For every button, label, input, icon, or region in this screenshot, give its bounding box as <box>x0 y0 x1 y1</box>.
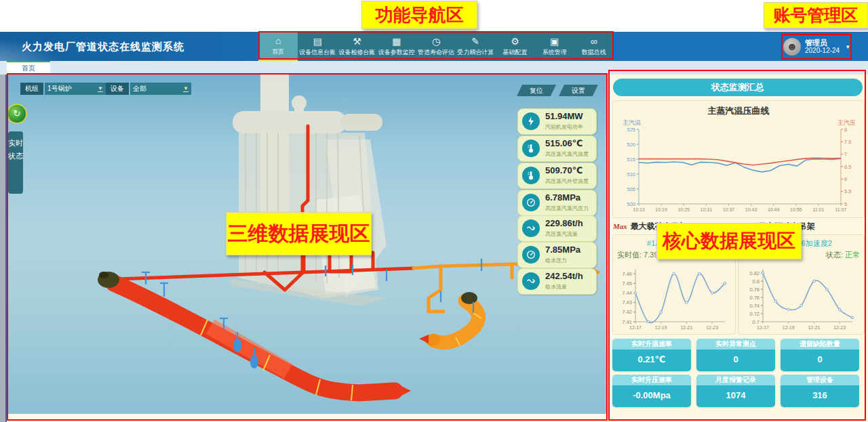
svg-text:10:43: 10:43 <box>745 207 757 212</box>
refresh-sphere-button[interactable]: ↻ <box>8 105 26 123</box>
nav-item-base-config[interactable]: ⚙ 基础配置 <box>495 32 534 61</box>
home-icon: ⌂ <box>275 35 281 46</box>
flow-icon <box>522 219 540 237</box>
stat-card-temp-rate: 实时升温速率 0.21℃ <box>612 339 691 371</box>
main-chart-svg: 50050551051552052555.566.577.5810:1310:1… <box>616 125 861 215</box>
reset-button[interactable]: 复位 <box>517 85 556 96</box>
svg-text:12-21: 12-21 <box>680 325 692 330</box>
svg-text:12-19: 12-19 <box>783 325 795 330</box>
nav-item-pipe-life-eval[interactable]: ◷ 管道寿命评估 <box>416 32 456 61</box>
svg-text:500: 500 <box>627 201 635 207</box>
svg-text:7: 7 <box>844 151 847 157</box>
unit-select[interactable]: 1号锅炉 ▼ <box>45 83 106 95</box>
metric-card-generator-power: 51.94MW 汽轮机发电功率 <box>517 108 597 135</box>
tab-home[interactable]: 首页 <box>7 61 50 75</box>
summary-title-bar: 状态监测汇总 <box>613 79 863 96</box>
stat-card-managed-devices: 管理设备 316 <box>781 375 859 407</box>
device-select[interactable]: 全部 ▼ <box>130 83 191 95</box>
clock-icon: ◷ <box>432 36 440 47</box>
svg-text:12-19: 12-19 <box>655 325 667 330</box>
filter-icon[interactable]: ▼ <box>98 85 103 92</box>
system-icon: ▣ <box>550 36 559 47</box>
app-window: 火力发电厂管道状态在线监测系统 ⌂ 首页 ▤ 设备信息台账 ⚒ 设备检修台账 ▦… <box>0 0 868 422</box>
svg-text:12-23: 12-23 <box>833 325 846 330</box>
svg-text:12-23: 12-23 <box>706 325 718 330</box>
svg-text:525: 525 <box>627 127 635 133</box>
pen-tool-icon: ✎ <box>471 36 479 47</box>
metric-card-steam-flow: 229.86t/h 高压蒸汽流量 <box>517 215 597 242</box>
svg-text:7.5: 7.5 <box>844 139 851 145</box>
nav-item-device-repair-ledger[interactable]: ⚒ 设备检修台账 <box>337 32 376 61</box>
svg-text:7.42: 7.42 <box>622 309 632 315</box>
annotation-label-scene: 三维数据展现区 <box>226 212 372 255</box>
svg-text:6.5: 6.5 <box>844 164 851 170</box>
stat-card-abnormal-points: 实时异常测点 0 <box>696 339 775 371</box>
svg-text:10:19: 10:19 <box>655 207 667 212</box>
svg-text:10:37: 10:37 <box>723 207 735 212</box>
account-menu[interactable]: ☻ 管理员 2020-12-24 ▼ <box>783 34 858 60</box>
nav-item-device-info-ledger[interactable]: ▤ 设备信息台账 <box>298 32 337 61</box>
svg-text:0.7: 0.7 <box>753 319 760 325</box>
filter-icon[interactable]: ▼ <box>183 85 189 92</box>
thermometer-icon <box>522 140 540 157</box>
vibration-chart-svg: 0.70.720.740.760.780.80.8212-1712-1912-2… <box>743 263 859 331</box>
flow-icon <box>522 272 540 290</box>
svg-text:10:49: 10:49 <box>768 207 780 212</box>
nav-item-param-monitor[interactable]: ▦ 设备参数监控 <box>377 32 416 61</box>
power-bolt-icon <box>522 112 540 130</box>
svg-text:7.45: 7.45 <box>622 280 632 287</box>
svg-text:7.46: 7.46 <box>622 271 632 277</box>
svg-text:12-17: 12-17 <box>629 325 642 330</box>
svg-text:520: 520 <box>627 142 635 148</box>
svg-text:10:55: 10:55 <box>790 207 802 212</box>
annotation-label-account: 账号管理区 <box>764 2 868 28</box>
avatar: ☻ <box>783 38 801 56</box>
nav-item-system-admin[interactable]: ▣ 系统管理 <box>535 32 574 61</box>
thermometer-icon <box>522 167 540 184</box>
device-label-chip: 设备 <box>106 83 129 95</box>
gauge-icon <box>522 246 540 263</box>
annotation-label-core: 核心数据展现区 <box>656 223 802 259</box>
tab-bar <box>0 61 868 75</box>
tools-icon: ⚒ <box>353 36 361 47</box>
svg-text:12-17: 12-17 <box>757 325 769 330</box>
account-date: 2020-12-24 <box>805 47 840 55</box>
svg-text:505: 505 <box>627 186 635 192</box>
page-title: 火力发电厂管道状态在线监测系统 <box>22 32 184 61</box>
main-nav: ⌂ 首页 ▤ 设备信息台账 ⚒ 设备检修台账 ▦ 设备参数监控 ◷ 管道寿命评估… <box>258 32 614 61</box>
metric-card-feedwater-pressure: 7.85MPa 给水压力 <box>517 242 597 268</box>
metric-card-wall-temp: 509.70℃ 高压蒸汽外壁温度 <box>517 163 597 189</box>
status-badge: 状态: 正常 <box>826 250 860 260</box>
load-chart-svg: 7.417.427.437.447.457.4612-1712-1912-211… <box>615 263 732 331</box>
stat-card-monthly-alarms: 月度报警记录 1074 <box>696 375 775 407</box>
svg-text:11:07: 11:07 <box>835 207 847 212</box>
svg-text:12-21: 12-21 <box>808 325 820 330</box>
svg-text:7.41: 7.41 <box>622 319 632 325</box>
bottom-strip <box>7 414 608 422</box>
monitor-icon: ▦ <box>392 36 401 47</box>
settings-button[interactable]: 设置 <box>559 85 598 96</box>
account-name: 管理员 <box>805 39 840 47</box>
link-icon: ∞ <box>591 36 597 47</box>
svg-text:7.43: 7.43 <box>622 299 632 305</box>
realtime-status-tab[interactable]: 实时状态 <box>8 131 23 194</box>
nav-item-home[interactable]: ⌂ 首页 <box>258 32 298 61</box>
unit-label-chip: 机组 <box>20 83 43 95</box>
nav-item-data-bus[interactable]: ∞ 数据总线 <box>574 32 614 61</box>
svg-text:0.78: 0.78 <box>749 287 760 293</box>
svg-text:5: 5 <box>844 201 847 207</box>
svg-text:0.82: 0.82 <box>749 270 760 276</box>
svg-text:0.72: 0.72 <box>749 311 760 317</box>
svg-text:11:01: 11:01 <box>812 207 824 212</box>
main-chart-card: 主蒸汽温压曲线 主汽温 主汽压 50050551051552052555.566… <box>612 100 865 218</box>
gear-icon: ⚙ <box>511 36 519 47</box>
metric-card-feedwater-flow: 242.54t/h 给水流量 <box>517 268 597 295</box>
svg-text:10:13: 10:13 <box>633 207 645 212</box>
chevron-down-icon[interactable]: ▼ <box>845 44 850 50</box>
metric-card-steam-pressure: 6.78MPa 高压蒸汽蒸汽压力 <box>517 190 597 216</box>
stat-card-defects: 遗留缺陷数量 0 <box>781 339 859 371</box>
metric-card-steam-temp: 515.06℃ 高压蒸汽蒸汽温度 <box>517 135 597 162</box>
gauge-icon <box>522 194 540 211</box>
nav-item-stress-calc[interactable]: ✎ 受力耦合计算 <box>456 32 495 61</box>
left-page-edge <box>0 75 7 422</box>
